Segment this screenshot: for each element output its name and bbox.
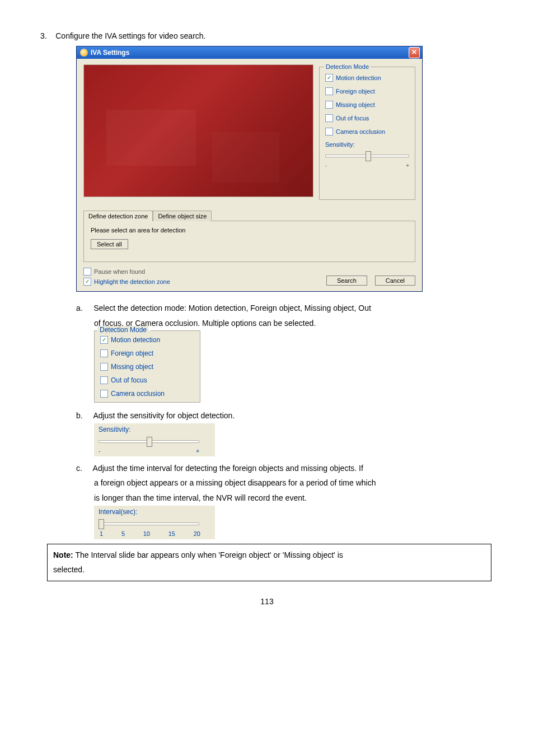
sens-plus: + xyxy=(406,162,409,169)
tab-define-detection-zone[interactable]: Define detection zone xyxy=(83,211,153,221)
tab-panel: Please select an area for detection Sele… xyxy=(83,221,415,262)
select-area-text: Please select an area for detection xyxy=(91,227,408,234)
dialog-app-icon xyxy=(80,49,88,57)
detection-mode-crop: Detection Mode Motion detection Foreign … xyxy=(94,330,200,403)
search-button[interactable]: Search xyxy=(326,276,367,286)
close-icon[interactable]: ✕ xyxy=(409,47,420,58)
foreign-object-checkbox[interactable] xyxy=(325,87,333,95)
out-of-focus-label: Out of focus xyxy=(336,115,369,122)
dialog-titlebar[interactable]: IVA Settings ✕ xyxy=(77,46,422,59)
camera-occlusion-checkbox[interactable] xyxy=(325,128,333,136)
missing-object-checkbox[interactable] xyxy=(325,101,333,109)
substep-c-label: c. xyxy=(76,464,82,473)
detection-mode-group: Detection Mode Motion detection Foreign … xyxy=(319,67,415,200)
dialog-title: IVA Settings xyxy=(91,49,129,57)
sensitivity-crop: Sensitivity: - + xyxy=(94,423,215,456)
sens-crop-plus: + xyxy=(196,448,199,454)
crop-motion-label: Motion detection xyxy=(111,336,160,344)
crop-missing-label: Missing object xyxy=(111,363,153,371)
note-text1: The Interval slide bar appears only when… xyxy=(73,550,343,559)
interval-tick-1: 5 xyxy=(121,530,125,537)
pause-when-found-label: Pause when found xyxy=(94,268,145,275)
foreign-object-label: Foreign object xyxy=(336,88,375,95)
substep-b-text: Adjust the sensitivity for object detect… xyxy=(93,411,235,420)
interval-crop-label: Interval(sec): xyxy=(99,508,210,516)
substep-b-label: b. xyxy=(76,411,83,420)
out-of-focus-checkbox[interactable] xyxy=(325,114,333,122)
step-text: Configure the IVA settings for video sea… xyxy=(55,31,205,40)
interval-crop: Interval(sec): 1 5 10 15 20 xyxy=(94,506,215,539)
missing-object-label: Missing object xyxy=(336,101,375,108)
camera-occlusion-label: Camera occlusion xyxy=(336,128,385,135)
camera-preview[interactable] xyxy=(83,64,313,197)
sensitivity-label: Sensitivity: xyxy=(325,141,409,148)
substep-c-text1: Adjust the time interval for detecting t… xyxy=(93,464,363,473)
sens-crop-minus: - xyxy=(99,448,100,454)
page-number: 113 xyxy=(40,597,494,606)
cancel-button[interactable]: Cancel xyxy=(375,276,415,286)
step-number: 3. xyxy=(40,31,47,40)
sens-crop-label: Sensitivity: xyxy=(99,426,210,433)
interval-tick-0: 1 xyxy=(100,530,103,537)
interval-slider[interactable] xyxy=(99,518,199,529)
substep-c-text2: a foreign object appears or a missing ob… xyxy=(94,478,376,487)
motion-detection-label: Motion detection xyxy=(336,74,381,81)
crop-missing-checkbox[interactable] xyxy=(100,363,108,371)
crop-oof-label: Out of focus xyxy=(111,376,147,384)
note-text2: selected. xyxy=(53,565,85,574)
sensitivity-slider[interactable] xyxy=(325,150,409,161)
crop-occlusion-checkbox[interactable] xyxy=(100,390,108,398)
substep-a-text1: Select the detection mode: Motion detect… xyxy=(93,304,371,312)
substep-a-label: a. xyxy=(76,304,83,312)
highlight-zone-label: Highlight the detection zone xyxy=(94,278,170,285)
crop-foreign-label: Foreign object xyxy=(111,349,153,357)
detection-mode-legend: Detection Mode xyxy=(324,63,371,70)
iva-settings-dialog: IVA Settings ✕ Detection Mode Motion det… xyxy=(76,46,423,292)
interval-tick-2: 10 xyxy=(143,530,150,537)
crop-motion-checkbox[interactable] xyxy=(100,336,108,344)
sens-minus: - xyxy=(325,162,327,169)
crop-oof-checkbox[interactable] xyxy=(100,376,108,384)
tab-define-object-size[interactable]: Define object size xyxy=(153,211,212,221)
sens-crop-slider[interactable] xyxy=(99,436,199,447)
interval-tick-3: 15 xyxy=(168,530,175,537)
motion-detection-checkbox[interactable] xyxy=(325,74,333,82)
crop-occlusion-label: Camera occlusion xyxy=(111,390,165,398)
highlight-zone-checkbox[interactable] xyxy=(83,278,91,286)
interval-tick-4: 20 xyxy=(194,530,200,537)
note-box: Note: The Interval slide bar appears onl… xyxy=(47,544,491,581)
pause-when-found-checkbox[interactable] xyxy=(83,268,91,276)
substep-c-text3: is longer than the time interval, the NV… xyxy=(94,493,307,502)
note-bold: Note: xyxy=(53,550,73,559)
select-all-button[interactable]: Select all xyxy=(91,239,128,249)
crop-foreign-checkbox[interactable] xyxy=(100,349,108,357)
detection-mode-crop-legend: Detection Mode xyxy=(98,326,148,334)
